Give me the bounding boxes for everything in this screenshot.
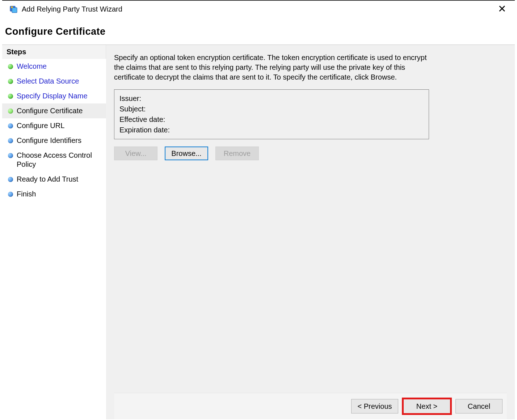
steps-list: Welcome Select Data Source Specify Displ… <box>2 59 106 201</box>
step-label[interactable]: Select Data Source <box>17 77 79 86</box>
certificate-details: Issuer: Subject: Effective date: Expirat… <box>114 89 429 139</box>
view-button: View... <box>114 147 157 160</box>
titlebar: Add Relying Party Trust Wizard ✕ <box>2 0 515 17</box>
cert-issuer-row: Issuer: <box>119 93 424 104</box>
step-bullet-icon <box>8 123 13 128</box>
step-specify-display-name[interactable]: Specify Display Name <box>2 89 106 103</box>
browse-button[interactable]: Browse... <box>165 147 208 160</box>
step-label: Configure Identifiers <box>17 136 81 145</box>
step-label: Finish <box>17 190 36 199</box>
step-finish[interactable]: Finish <box>2 187 106 201</box>
remove-button: Remove <box>215 147 259 160</box>
step-configure-certificate[interactable]: Configure Certificate <box>2 103 106 118</box>
svg-rect-1 <box>12 8 17 13</box>
svg-point-2 <box>11 7 13 8</box>
cert-expiration-label: Expiration date: <box>119 126 170 134</box>
step-bullet-icon <box>8 64 13 69</box>
steps-sidebar: Steps Welcome Select Data Source Specify… <box>2 45 106 419</box>
cert-subject-label: Subject: <box>119 105 146 113</box>
cert-effective-row: Effective date: <box>119 114 424 125</box>
step-configure-url[interactable]: Configure URL <box>2 118 106 133</box>
step-label: Ready to Add Trust <box>17 175 78 184</box>
step-bullet-icon <box>8 138 13 143</box>
wizard-body: Steps Welcome Select Data Source Specify… <box>2 44 515 419</box>
wizard-footer: < Previous Next > Cancel <box>114 393 507 419</box>
previous-button[interactable]: < Previous <box>351 399 398 413</box>
step-choose-access-control-policy[interactable]: Choose Access Control Policy <box>2 148 106 172</box>
cancel-button[interactable]: Cancel <box>455 399 503 413</box>
step-welcome[interactable]: Welcome <box>2 59 106 74</box>
page-heading: Configure Certificate <box>0 17 517 44</box>
cert-subject-row: Subject: <box>119 104 424 114</box>
step-bullet-icon <box>8 79 13 84</box>
cert-effective-label: Effective date: <box>119 115 165 124</box>
cert-expiration-row: Expiration date: <box>119 125 424 135</box>
step-bullet-icon <box>8 109 13 114</box>
main-panel: Specify an optional token encryption cer… <box>106 45 515 419</box>
step-select-data-source[interactable]: Select Data Source <box>2 74 106 89</box>
step-ready-to-add-trust[interactable]: Ready to Add Trust <box>2 172 106 187</box>
step-label: Configure Certificate <box>17 106 83 115</box>
close-icon[interactable]: ✕ <box>496 4 508 14</box>
next-button[interactable]: Next > <box>403 399 450 413</box>
instruction-text: Specify an optional token encryption cer… <box>114 53 433 82</box>
cert-issuer-label: Issuer: <box>119 94 141 103</box>
step-bullet-icon <box>8 94 13 99</box>
window-title: Add Relying Party Trust Wizard <box>22 5 122 13</box>
step-configure-identifiers[interactable]: Configure Identifiers <box>2 133 106 148</box>
step-label: Choose Access Control Policy <box>17 151 100 169</box>
steps-header: Steps <box>2 45 106 59</box>
step-bullet-icon <box>8 177 13 182</box>
step-label: Configure URL <box>17 121 64 130</box>
step-label[interactable]: Welcome <box>17 62 47 71</box>
step-bullet-icon <box>8 153 13 158</box>
certificate-buttons: View... Browse... Remove <box>114 147 507 160</box>
step-bullet-icon <box>8 192 13 197</box>
step-label[interactable]: Specify Display Name <box>17 92 88 101</box>
app-icon <box>9 4 19 14</box>
